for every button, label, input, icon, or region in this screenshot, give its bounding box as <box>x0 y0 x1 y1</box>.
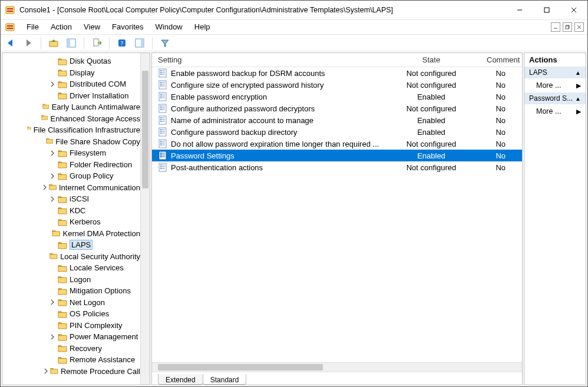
expand-icon[interactable] <box>42 184 49 190</box>
menu-item-view[interactable]: View <box>78 20 106 34</box>
help-button[interactable]: ? <box>115 37 128 49</box>
tree-item[interactable]: Kerberos <box>2 216 140 228</box>
actions-section-header[interactable]: Password S...▲ <box>524 92 586 104</box>
back-button[interactable] <box>4 37 17 49</box>
scrollbar-thumb[interactable] <box>158 364 323 371</box>
tree-item-label: Enhanced Storage Access <box>50 114 140 123</box>
tree-item[interactable]: LAPS <box>2 239 140 251</box>
expand-icon <box>49 92 58 99</box>
listview-header[interactable]: Setting State Comment <box>152 53 522 67</box>
svg-rect-62 <box>160 129 161 130</box>
tree-item[interactable]: Distributed COM <box>2 78 140 90</box>
expand-icon[interactable] <box>49 81 58 87</box>
setting-row[interactable]: Configure size of encrypted password his… <box>152 79 522 91</box>
tree-item[interactable]: Folder Redirection <box>2 159 140 171</box>
menu-item-window[interactable]: Window <box>150 20 189 34</box>
column-setting[interactable]: Setting <box>152 53 382 67</box>
folder-icon <box>58 333 67 341</box>
expand-icon[interactable] <box>49 196 58 202</box>
actions-link[interactable]: More ...▶ <box>524 104 586 118</box>
maximize-button[interactable] <box>533 1 560 19</box>
column-comment[interactable]: Comment <box>481 53 522 67</box>
tree-item[interactable]: Locale Services <box>2 262 140 274</box>
close-button[interactable] <box>560 1 587 19</box>
tree-item[interactable]: File Classification Infrastructure <box>2 124 140 136</box>
expand-icon[interactable] <box>43 368 50 374</box>
tree-item[interactable]: Logon <box>2 274 140 286</box>
menubar: FileActionViewFavoritesWindowHelp <box>1 19 587 35</box>
properties-button[interactable] <box>133 37 146 49</box>
tree-item-label: Remote Assistance <box>70 355 135 364</box>
tree-item[interactable]: Recovery <box>2 343 140 355</box>
tree-item[interactable]: File Share Shadow Copy <box>2 136 140 148</box>
expand-icon[interactable] <box>49 299 58 305</box>
svg-rect-51 <box>159 116 166 124</box>
tab-standard[interactable]: Standard <box>203 374 247 385</box>
tree-item[interactable]: KDC <box>2 205 140 217</box>
expand-icon <box>49 161 58 168</box>
minimize-button[interactable] <box>506 1 533 19</box>
tree-item[interactable]: Display <box>2 67 140 79</box>
tree-item-label: Power Management <box>70 332 138 341</box>
tree-item[interactable]: Net Logon <box>2 297 140 309</box>
setting-row[interactable]: Enable password backup for DSRM accounts… <box>152 67 522 79</box>
setting-row[interactable]: Enable password encryptionEnabledNo <box>152 91 522 102</box>
menu-item-favorites[interactable]: Favorites <box>106 20 149 34</box>
svg-rect-27 <box>160 70 161 71</box>
mdi-minimize-button[interactable] <box>551 22 560 32</box>
folder-icon <box>58 80 67 88</box>
policy-icon <box>158 115 167 125</box>
tree-item[interactable]: Mitigation Options <box>2 285 140 297</box>
tree-item[interactable]: Disk Quotas <box>2 55 140 67</box>
menu-item-file[interactable]: File <box>21 20 45 34</box>
show-tree-button[interactable] <box>65 37 78 49</box>
tree-item[interactable]: Power Management <box>2 331 140 343</box>
menu-item-action[interactable]: Action <box>45 20 78 34</box>
setting-row[interactable]: Configure authorized password decryptors… <box>152 102 522 114</box>
setting-row[interactable]: Configure password backup directoryEnabl… <box>152 126 522 138</box>
setting-row[interactable]: Do not allow password expiration time lo… <box>152 138 522 150</box>
setting-row[interactable]: Password SettingsEnabledNo <box>152 150 522 161</box>
svg-rect-22 <box>141 39 144 47</box>
forward-button[interactable] <box>22 37 35 49</box>
tree-item[interactable]: Remote Procedure Call <box>2 366 140 378</box>
tree-item[interactable]: Filesystem <box>2 147 140 159</box>
tree-item[interactable]: OS Policies <box>2 308 140 320</box>
mmc-window: Console1 - [Console Root\Local Computer … <box>0 0 588 387</box>
tree-item[interactable]: Local Security Authority <box>2 251 140 263</box>
setting-row[interactable]: Post-authentication actionsNot configure… <box>152 161 522 173</box>
filter-button[interactable] <box>158 37 171 49</box>
tree-item[interactable]: iSCSI <box>2 193 140 205</box>
actions-link-label: More ... <box>536 107 561 115</box>
scrollbar-thumb[interactable] <box>142 71 148 188</box>
tree-item[interactable]: Driver Installation <box>2 90 140 102</box>
up-button[interactable] <box>47 37 60 49</box>
actions-link[interactable]: More ...▶ <box>524 78 586 92</box>
tree-item[interactable]: Internet Communication <box>2 182 140 194</box>
column-state[interactable]: State <box>382 53 481 67</box>
tree-item[interactable]: Kernel DMA Protection <box>2 228 140 240</box>
tree-item[interactable]: Remote Assistance <box>2 354 140 366</box>
export-button[interactable] <box>90 37 103 49</box>
menu-item-help[interactable]: Help <box>189 20 216 34</box>
expand-icon[interactable] <box>49 150 58 156</box>
svg-rect-1 <box>7 8 13 9</box>
tree-view[interactable]: Disk Quotas DisplayDistributed COM Drive… <box>2 53 140 385</box>
mdi-close-button[interactable] <box>574 22 584 32</box>
tab-extended[interactable]: Extended <box>158 374 203 385</box>
mdi-restore-button[interactable] <box>563 22 572 32</box>
tree-item[interactable]: Enhanced Storage Access <box>2 113 140 125</box>
tree-scrollbar[interactable] <box>140 53 150 385</box>
tree-item[interactable]: Group Policy <box>2 170 140 182</box>
tree-item[interactable]: PIN Complexity <box>2 320 140 332</box>
tree-item-label: OS Policies <box>70 309 109 318</box>
setting-row[interactable]: Name of administrator account to manageE… <box>152 114 522 126</box>
expand-icon[interactable] <box>49 173 58 179</box>
tree-item[interactable]: Early Launch Antimalware <box>2 101 140 113</box>
listview-hscrollbar[interactable] <box>152 362 522 372</box>
actions-section-header[interactable]: LAPS▲ <box>524 67 586 78</box>
svg-text:?: ? <box>121 39 124 47</box>
svg-rect-76 <box>160 153 161 154</box>
expand-icon[interactable] <box>49 334 58 340</box>
setting-state: Not configured <box>382 69 481 78</box>
